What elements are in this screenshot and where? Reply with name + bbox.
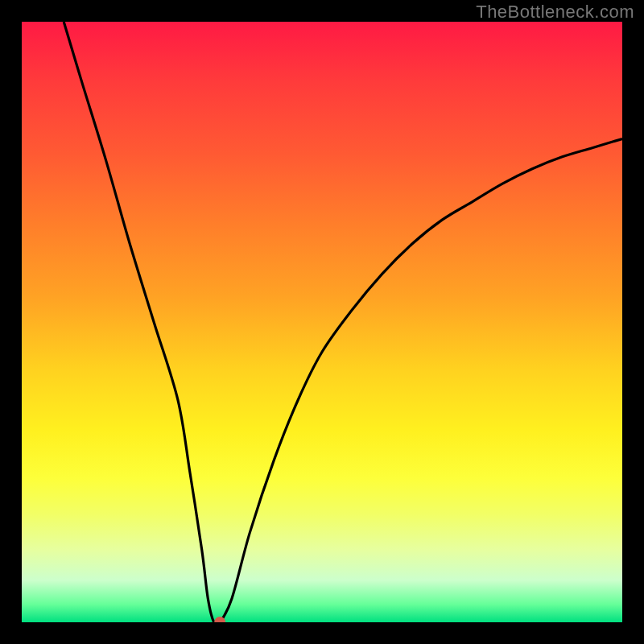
- plot-area: [22, 22, 622, 622]
- watermark-text: TheBottleneck.com: [476, 2, 634, 23]
- curve-svg: [22, 22, 622, 622]
- bottleneck-curve: [64, 22, 622, 622]
- chart-frame: TheBottleneck.com: [0, 0, 644, 644]
